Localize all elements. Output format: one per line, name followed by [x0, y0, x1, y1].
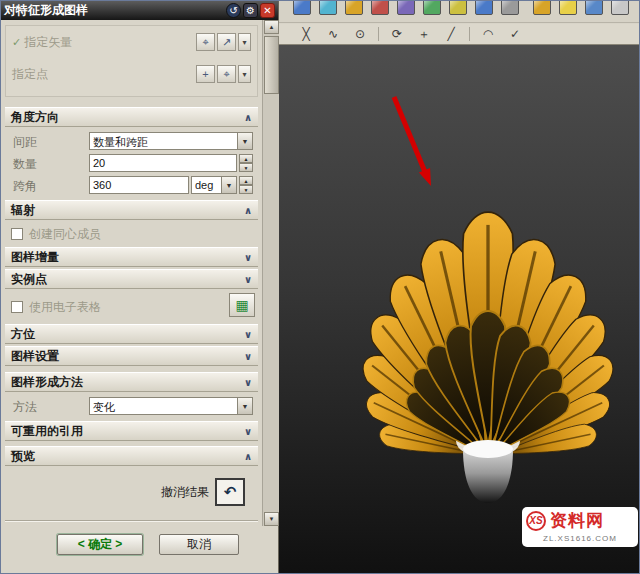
spacing-combo[interactable]: 数量和跨距 ▼ [89, 132, 253, 150]
toolbar-icon-boss[interactable] [533, 1, 551, 15]
toolbar-icon-blend[interactable] [585, 1, 603, 15]
section-title: 图样形成方法 [11, 374, 244, 391]
toolbar-icon-extrude[interactable] [475, 1, 493, 15]
count-input[interactable]: 20 [89, 154, 237, 172]
section-header-reusable-references[interactable]: 可重用的引用 ∨ [5, 421, 258, 441]
graphics-viewport[interactable]: XS 资料网 ZL.XS1616.COM [279, 45, 640, 574]
ok-button[interactable]: < 确定 > [57, 534, 143, 555]
method-combo[interactable]: 变化 ▼ [89, 397, 253, 415]
spacing-value: 数量和跨距 [90, 133, 237, 149]
spreadsheet-checkbox[interactable] [11, 301, 23, 313]
section-header-angle-direction[interactable]: 角度方向 ∧ [5, 107, 258, 127]
toolbar-icon-cube-blue[interactable] [293, 1, 311, 15]
specify-point-row: 指定点 + ⌖ ▾ [6, 58, 257, 90]
section-title: 图样设置 [11, 348, 244, 365]
watermark-site-name: 资料网 [550, 509, 604, 532]
chevron-down-icon[interactable]: ▼ [237, 398, 252, 414]
spreadsheet-icon[interactable]: ▦ [229, 293, 255, 317]
toolbar-icon-shell[interactable] [559, 1, 577, 15]
section-header-pattern-settings[interactable]: 图样设置 ∨ [5, 346, 258, 366]
check-icon[interactable]: ✓ [506, 26, 524, 43]
scrollbar-thumb[interactable] [264, 36, 279, 94]
inferred-vector-icon[interactable]: ⌖ [196, 33, 215, 51]
concentric-checkbox[interactable] [11, 228, 23, 240]
toolbar-icon-chamfer[interactable] [611, 1, 629, 15]
concentric-label: 创建同心成员 [29, 226, 101, 243]
undo-result-label: 撤消结果 [119, 478, 209, 506]
span-unit-value: deg [192, 177, 221, 193]
concentric-members-row: 创建同心成员 [11, 225, 101, 243]
spacing-label: 间距 [13, 133, 37, 151]
undo-result-button[interactable]: ↶ [215, 478, 245, 506]
point-icon[interactable]: ⊙ [351, 26, 369, 43]
chevron-down-icon: ∨ [244, 252, 252, 263]
plus-icon[interactable]: ＋ [415, 26, 433, 43]
scroll-up-icon[interactable]: ▲ [264, 20, 279, 34]
spin-up-icon[interactable]: ▲ [239, 176, 253, 185]
cancel-button[interactable]: 取消 [159, 534, 239, 555]
method-label: 方法 [13, 398, 37, 416]
watermark-logo: XS [526, 511, 546, 531]
slash-icon[interactable]: ╱ [442, 26, 460, 43]
section-title: 可重用的引用 [11, 423, 244, 440]
section-title: 图样增量 [11, 249, 244, 266]
toolbar-icon-cylinder[interactable] [345, 1, 363, 15]
chevron-down-icon: ∨ [244, 329, 252, 340]
check-icon: ✓ [12, 36, 21, 48]
use-spreadsheet-row: 使用电子表格 [11, 298, 101, 316]
spreadsheet-label: 使用电子表格 [29, 299, 101, 316]
chevron-down-icon[interactable]: ▼ [237, 133, 252, 149]
spin-down-icon[interactable]: ▼ [239, 163, 253, 172]
top-toolbar-row2: ╳ ∿ ⊙ ⟳ ＋ ╱ ◠ ✓ [279, 24, 640, 45]
section-header-instance-points[interactable]: 实例点 ∨ [5, 269, 258, 289]
section-header-pattern-method[interactable]: 图样形成方法 ∨ [5, 372, 258, 392]
chevron-up-icon: ∧ [244, 451, 252, 462]
scroll-down-icon[interactable]: ▼ [264, 512, 279, 526]
span-spinner[interactable]: ▲ ▼ [239, 176, 253, 194]
close-icon[interactable]: ✕ [260, 3, 275, 18]
toolbar-separator [378, 27, 379, 41]
vector-group: ✓指定矢量 ⌖ ↗ ▾ 指定点 + ⌖ ▾ [5, 25, 258, 97]
specify-vector-label: ✓指定矢量 [12, 34, 72, 51]
footer-separator [5, 520, 258, 522]
chevron-up-icon: ∧ [244, 112, 252, 123]
line-icon[interactable]: ╳ [297, 26, 315, 43]
chevron-down-icon: ∨ [244, 351, 252, 362]
spin-up-icon[interactable]: ▲ [239, 154, 253, 163]
toolbar-icon-block[interactable] [423, 1, 441, 15]
section-title: 辐射 [11, 202, 244, 219]
section-header-orientation[interactable]: 方位 ∨ [5, 324, 258, 344]
span-unit-combo[interactable]: deg ▼ [191, 176, 237, 194]
toolbar-icon-datum[interactable] [449, 1, 467, 15]
gear-icon[interactable]: ⚙ [243, 3, 258, 18]
spin-down-icon[interactable]: ▼ [239, 185, 253, 194]
dialog-titlebar[interactable]: 对特征形成图样 ↺ ⚙ ✕ [1, 1, 278, 20]
count-label: 数量 [13, 155, 37, 173]
dialog-body: ✓指定矢量 ⌖ ↗ ▾ 指定点 + ⌖ ▾ [1, 20, 262, 574]
span-angle-label: 跨角 [13, 177, 37, 195]
section-header-radiate[interactable]: 辐射 ∧ [5, 200, 258, 220]
rotate-icon[interactable]: ⟳ [388, 26, 406, 43]
toolbar-icon-cube-teal[interactable] [319, 1, 337, 15]
arc-icon[interactable]: ◠ [479, 26, 497, 43]
chevron-down-icon[interactable]: ▼ [221, 177, 236, 193]
chevron-down-icon[interactable]: ▾ [238, 65, 251, 83]
chevron-down-icon: ∨ [244, 426, 252, 437]
vector-dialog-icon[interactable]: ↗ [217, 33, 236, 51]
toolbar-icon-axis[interactable] [371, 1, 389, 15]
inferred-point-icon[interactable]: ⌖ [217, 65, 236, 83]
toolbar-icon-sphere[interactable] [397, 1, 415, 15]
reset-icon[interactable]: ↺ [226, 3, 241, 18]
chevron-down-icon[interactable]: ▾ [238, 33, 251, 51]
toolbar-icon-hole[interactable] [501, 1, 519, 15]
span-angle-input[interactable]: 360 [89, 176, 189, 194]
pattern-feature-dialog: 对特征形成图样 ↺ ⚙ ✕ ✓指定矢量 ⌖ ↗ ▾ 指定点 [1, 1, 279, 574]
watermark: XS 资料网 ZL.XS1616.COM [522, 507, 638, 547]
spline-icon[interactable]: ∿ [324, 26, 342, 43]
section-header-preview[interactable]: 预览 ∧ [5, 446, 258, 466]
section-header-pattern-increment[interactable]: 图样增量 ∨ [5, 247, 258, 267]
count-spinner[interactable]: ▲ ▼ [239, 154, 253, 172]
chevron-down-icon: ∨ [244, 377, 252, 388]
dialog-scrollbar[interactable]: ▲ ▼ [262, 20, 279, 526]
point-dialog-icon[interactable]: + [196, 65, 215, 83]
